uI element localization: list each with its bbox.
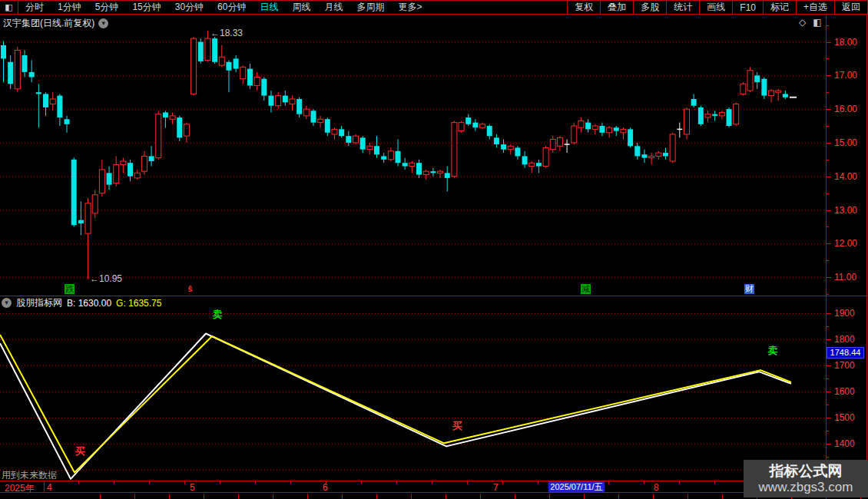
menu-item-30分钟[interactable]: 30分钟 xyxy=(168,1,210,14)
candle-24 xyxy=(170,112,175,124)
candle-19 xyxy=(134,170,140,180)
candle-13 xyxy=(92,190,98,218)
candle-98 xyxy=(691,94,697,107)
candle-65 xyxy=(459,121,464,132)
candle-73 xyxy=(515,146,520,160)
candle-59 xyxy=(416,160,422,178)
candle-72 xyxy=(508,144,513,154)
candle-54 xyxy=(381,153,386,163)
menu-item-统计[interactable]: 统计 xyxy=(666,1,699,14)
price-tick-17.00: 17.00 xyxy=(834,70,857,81)
candle-16 xyxy=(114,156,119,186)
candle-77 xyxy=(543,146,548,167)
menu-item-叠加[interactable]: 叠加 xyxy=(600,1,633,14)
chart-title-row[interactable]: 汉宇集团(日线.前复权) ▾ xyxy=(3,17,108,30)
candle-83 xyxy=(585,119,591,133)
candle-42 xyxy=(297,97,302,117)
date-axis-row[interactable]: 2025年 45678 2025/07/11/五 xyxy=(0,481,868,493)
menu-item-15分钟[interactable]: 15分钟 xyxy=(125,1,167,14)
menu-item-标记[interactable]: 标记 xyxy=(763,1,796,14)
indicator-g-value: G: 1635.75 xyxy=(116,298,161,309)
menu-item-F10[interactable]: F10 xyxy=(732,1,763,14)
candle-91 xyxy=(641,150,647,164)
menu-item-多股[interactable]: 多股 xyxy=(633,1,666,14)
candle-43 xyxy=(303,106,309,120)
candle-104 xyxy=(734,102,739,126)
menu-item-日线[interactable]: 日线 xyxy=(253,1,285,14)
window-panel-icon[interactable]: ◧ xyxy=(0,1,18,14)
candle-45 xyxy=(318,116,323,127)
price-tick-14.00: 14.00 xyxy=(834,171,857,182)
candle-58 xyxy=(409,161,415,173)
menu-item-返回[interactable]: 返回 xyxy=(834,1,868,14)
menu-item-多周期[interactable]: 多周期 xyxy=(350,1,391,14)
menu-item-月线[interactable]: 月线 xyxy=(317,1,350,14)
menu-item-画线[interactable]: 画线 xyxy=(699,1,732,14)
candle-108 xyxy=(761,77,767,98)
menu-item-60分钟[interactable]: 60分钟 xyxy=(210,1,253,14)
chevron-down-icon[interactable]: ▾ xyxy=(98,18,108,28)
indicator-chart[interactable] xyxy=(0,307,826,481)
candle-68 xyxy=(480,123,485,130)
trading-app-window: ◧ 分时1分钟5分钟15分钟30分钟60分钟日线周线月线多周期更多> 复权叠加多… xyxy=(0,0,868,499)
candle-96 xyxy=(677,123,682,138)
candle-57 xyxy=(403,158,408,170)
candle-84 xyxy=(592,124,598,134)
candle-41 xyxy=(290,96,295,111)
panel-toggle-icon[interactable]: ◧ xyxy=(813,17,821,28)
candle-107 xyxy=(754,72,760,89)
candle-27 xyxy=(191,37,197,96)
menu-item-分时[interactable]: 分时 xyxy=(18,1,51,14)
candle-37 xyxy=(261,77,267,101)
candle-0 xyxy=(1,41,6,82)
candle-25 xyxy=(177,116,182,141)
period-menu: 分时1分钟5分钟15分钟30分钟60分钟日线周线月线多周期更多> xyxy=(18,1,429,14)
diamond-icon[interactable]: ◇ xyxy=(799,17,806,28)
menu-item-+自选[interactable]: +自选 xyxy=(796,1,834,14)
value-tick-1800: 1800 xyxy=(834,334,855,345)
chevron-down-icon[interactable]: ▾ xyxy=(2,298,12,308)
menu-item-周线[interactable]: 周线 xyxy=(285,1,317,14)
menu-item-1分钟[interactable]: 1分钟 xyxy=(51,1,88,14)
candle-81 xyxy=(571,123,577,144)
candle-87 xyxy=(614,126,619,136)
future-data-warning: 用到未来数据 xyxy=(2,469,57,482)
candle-76 xyxy=(536,160,542,173)
value-tick-1600: 1600 xyxy=(834,386,855,397)
candle-62 xyxy=(438,170,443,178)
candle-9 xyxy=(65,116,70,133)
indicator-name: 股朋指标网 xyxy=(16,296,62,309)
candle-29 xyxy=(205,31,210,62)
top-menu-bar: ◧ 分时1分钟5分钟15分钟30分钟60分钟日线周线月线多周期更多> 复权叠加多… xyxy=(0,0,868,15)
candle-8 xyxy=(57,94,62,126)
high-price-annotation: ←18.33 xyxy=(210,28,243,38)
price-tick-12.00: 12.00 xyxy=(834,238,857,249)
candlestick-chart[interactable] xyxy=(0,15,826,296)
candle-88 xyxy=(621,127,626,139)
menu-item-更多>[interactable]: 更多> xyxy=(391,1,429,14)
price-tick-13.00: 13.00 xyxy=(834,205,857,216)
candle-2 xyxy=(15,47,20,92)
candle-82 xyxy=(578,117,584,133)
candle-33 xyxy=(234,55,239,72)
candle-31 xyxy=(219,45,224,67)
candle-86 xyxy=(607,126,612,137)
value-tick-1400: 1400 xyxy=(834,438,855,449)
candle-22 xyxy=(156,111,161,160)
candle-40 xyxy=(283,91,288,106)
candle-20 xyxy=(141,151,147,175)
value-tick-1900: 1900 xyxy=(834,308,855,319)
menu-item-复权[interactable]: 复权 xyxy=(567,1,600,14)
candle-100 xyxy=(705,111,711,122)
menu-item-5分钟[interactable]: 5分钟 xyxy=(88,1,126,14)
candle-75 xyxy=(529,161,535,173)
candle-21 xyxy=(149,146,154,166)
candle-52 xyxy=(367,143,373,154)
event-badge-ŝ: ŝ xyxy=(185,284,195,294)
event-badge-减: 减 xyxy=(581,284,591,294)
candle-99 xyxy=(698,106,704,126)
candle-53 xyxy=(374,136,379,157)
candle-78 xyxy=(550,136,555,153)
candle-1 xyxy=(8,55,13,89)
indicator-header: ▾ 股朋指标网 B: 1630.00 G: 1635.75 xyxy=(2,296,161,309)
